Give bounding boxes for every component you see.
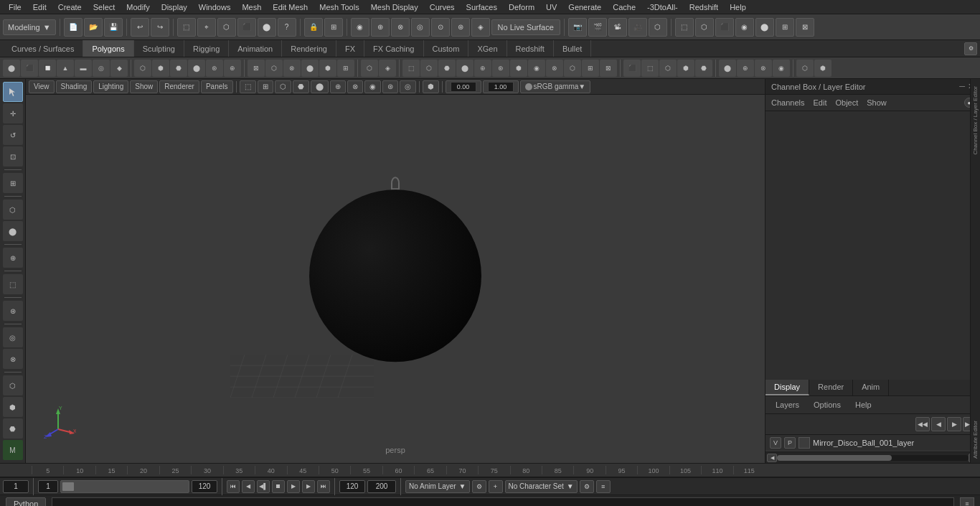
tab-custom[interactable]: Custom xyxy=(424,40,469,57)
select-btn[interactable]: ⬚ xyxy=(177,18,196,37)
tab-fx-caching[interactable]: FX Caching xyxy=(364,40,423,57)
vp-exposure-input[interactable] xyxy=(451,82,476,92)
range-max-field[interactable] xyxy=(367,480,396,493)
poly-bool-btn[interactable]: ⊛ xyxy=(206,60,223,77)
menu-mesh[interactable]: Mesh xyxy=(236,0,267,14)
ch-tab-channels[interactable]: Channels xyxy=(771,98,804,107)
next-frame-btn[interactable]: ▶ xyxy=(302,480,315,493)
uvset-btn2[interactable]: ⬚ xyxy=(641,60,659,77)
open-scene-btn[interactable]: 📂 xyxy=(84,18,103,37)
extra7-btn[interactable]: ⊠ xyxy=(796,18,814,37)
prev-frame-btn[interactable]: ◀ xyxy=(242,480,255,493)
render3-btn[interactable]: ⊗ xyxy=(391,18,410,37)
menu-file[interactable]: File xyxy=(3,0,27,14)
uvset-btn5[interactable]: ⬣ xyxy=(695,60,712,77)
xray-btn[interactable]: ◎ xyxy=(3,327,23,347)
tab-rendering[interactable]: Rendering xyxy=(282,40,336,57)
anim-layer-dropdown[interactable]: No Anim Layer ▼ xyxy=(405,480,470,493)
menu-modify[interactable]: Modify xyxy=(121,0,155,14)
sub-tab-layers[interactable]: Layers xyxy=(770,399,805,411)
menu-surfaces[interactable]: Surfaces xyxy=(461,0,503,14)
extra-icon1[interactable]: ⬚ xyxy=(402,60,420,77)
lasso-btn[interactable]: ⌖ xyxy=(197,18,216,37)
tab-animation[interactable]: Animation xyxy=(229,40,282,57)
viewport-canvas[interactable]: Y X Z persp xyxy=(26,95,765,463)
snap-tool-btn[interactable]: ⊕ xyxy=(3,248,23,268)
menu-edit-mesh[interactable]: Edit Mesh xyxy=(267,0,314,14)
extra3-btn[interactable]: ⬛ xyxy=(715,18,734,37)
layer-next-btn[interactable]: ▶ xyxy=(947,417,961,431)
extra-icon6[interactable]: ⊛ xyxy=(492,60,509,77)
tab-curves-surfaces[interactable]: Curves / Surfaces xyxy=(3,40,83,57)
deform-btn6[interactable]: ⊞ xyxy=(337,60,354,77)
vp-view-menu[interactable]: View xyxy=(29,80,55,93)
rp-tab-render[interactable]: Render xyxy=(809,380,853,395)
workspace-settings-btn[interactable]: ⚙ xyxy=(964,42,977,55)
rp-tab-display[interactable]: Display xyxy=(765,380,809,395)
rp-tab-anim[interactable]: Anim xyxy=(853,380,889,395)
tab-redshift[interactable]: Redshift xyxy=(507,40,554,57)
poly-weld-btn[interactable]: ⊕ xyxy=(224,60,241,77)
deform-btn4[interactable]: ⬤ xyxy=(301,60,319,77)
sculpt-btn[interactable]: ⬤ xyxy=(3,221,23,241)
stop-btn[interactable]: ⏹ xyxy=(272,480,285,493)
extra-icon12[interactable]: ⊠ xyxy=(600,60,617,77)
rect-sel-btn[interactable]: ⬚ xyxy=(3,274,23,294)
poly-cylinder-btn[interactable]: 🔲 xyxy=(39,60,56,77)
menu-deform[interactable]: Deform xyxy=(503,0,540,14)
char-set-settings-btn[interactable]: ⚙ xyxy=(580,480,594,493)
poly-cube-btn[interactable]: ⬛ xyxy=(21,60,38,77)
save-scene-btn[interactable]: 💾 xyxy=(104,18,123,37)
extra1-btn[interactable]: ⬚ xyxy=(675,18,694,37)
vp-toggle3[interactable]: ⬡ xyxy=(275,80,291,93)
menu-edit[interactable]: Edit xyxy=(27,0,52,14)
vp-colorspace-btn[interactable]: sRGB gamma ▼ xyxy=(520,80,591,93)
snap-btn[interactable]: ⬛ xyxy=(237,18,256,37)
timeline-ruler[interactable]: 5 10 15 20 25 30 35 40 45 50 55 60 65 70… xyxy=(0,463,980,477)
vp-panels-menu[interactable]: Panels xyxy=(201,80,233,93)
viewport[interactable]: View Shading Lighting Show Renderer Pane… xyxy=(26,79,765,463)
anim-layer-add-btn[interactable]: + xyxy=(489,480,503,493)
cam4-btn[interactable]: 🎥 xyxy=(628,18,647,37)
scroll-left-btn[interactable]: ◀ xyxy=(767,454,777,462)
poly-bevel-btn[interactable]: ⬣ xyxy=(170,60,187,77)
menu-uv[interactable]: UV xyxy=(540,0,562,14)
poly-extrude-btn[interactable]: ⬢ xyxy=(152,60,169,77)
start-frame-field[interactable] xyxy=(38,480,58,493)
vp-renderer-menu[interactable]: Renderer xyxy=(159,80,199,93)
play-fwd-btn[interactable]: ▶ xyxy=(287,480,300,493)
sub-tab-help[interactable]: Help xyxy=(849,399,877,411)
layer-prev2-btn[interactable]: ◀ xyxy=(931,417,946,431)
layer-prev-btn[interactable]: ◀◀ xyxy=(915,417,930,431)
extra-icon4[interactable]: ⬤ xyxy=(456,60,473,77)
deform-btn1[interactable]: ⊠ xyxy=(248,60,265,77)
current-frame-field[interactable] xyxy=(3,480,29,493)
menu-generate[interactable]: Generate xyxy=(562,0,607,14)
menu-help[interactable]: Help xyxy=(724,0,752,14)
vp-toggle5[interactable]: ⬤ xyxy=(311,80,329,93)
mode-dropdown[interactable]: Modeling ▼ xyxy=(3,19,56,35)
render6-btn[interactable]: ⊛ xyxy=(451,18,470,37)
paint-btn[interactable]: ⬡ xyxy=(217,18,236,37)
play-back-btn[interactable]: ◀▌ xyxy=(257,480,270,493)
uvset-btn3[interactable]: ⬡ xyxy=(659,60,677,77)
end-frame-field[interactable] xyxy=(192,480,217,493)
extra6-btn[interactable]: ⊞ xyxy=(776,18,794,37)
rp-collapse-btn[interactable]: ─ xyxy=(959,82,965,91)
rs-btn2[interactable]: ⬢ xyxy=(814,60,831,77)
poly-mirror-btn[interactable]: ⬡ xyxy=(134,60,151,77)
extra-icon3[interactable]: ⬣ xyxy=(438,60,456,77)
paint-btn2[interactable]: ⬡ xyxy=(361,60,378,77)
layer-item[interactable]: V P Mirror_Disco_Ball_001_layer xyxy=(765,435,980,451)
tab-fx[interactable]: FX xyxy=(336,40,364,57)
question-btn[interactable]: ? xyxy=(278,18,296,37)
menu-cache[interactable]: Cache xyxy=(607,0,641,14)
tab-sculpting[interactable]: Sculpting xyxy=(134,40,184,57)
extra-left2[interactable]: ⬢ xyxy=(3,397,23,417)
ch-tab-show[interactable]: Show xyxy=(867,98,887,107)
move-tool-btn[interactable]: ✛ xyxy=(3,103,23,123)
soft-mod-btn[interactable]: ⬡ xyxy=(3,200,23,220)
extra-icon2[interactable]: ⬡ xyxy=(420,60,438,77)
deform-btn2[interactable]: ⬡ xyxy=(265,60,283,77)
redo-btn[interactable]: ↪ xyxy=(151,18,169,37)
